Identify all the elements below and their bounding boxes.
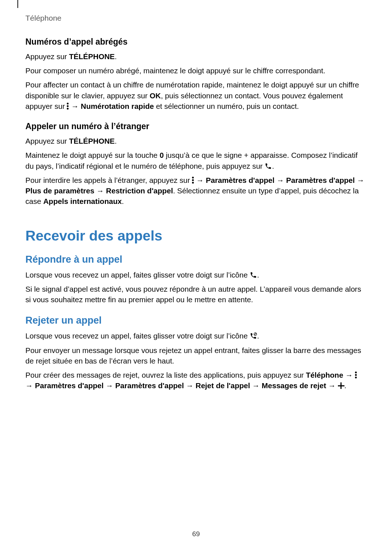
- heading-international: Appeler un numéro à l’étranger: [25, 122, 367, 131]
- text: .: [257, 271, 259, 279]
- arrow-text: →: [69, 102, 81, 110]
- text: Appuyez sur: [25, 52, 69, 61]
- paragraph-text: Lorsque vous recevez un appel, faites gl…: [25, 270, 367, 280]
- document-page: Téléphone Numéros d’appel abrégés Appuye…: [0, 0, 392, 554]
- text: .: [257, 332, 259, 340]
- bold-text: OK: [150, 91, 161, 100]
- more-options-icon: [192, 177, 194, 184]
- arrow-text: →: [194, 176, 206, 184]
- page-number: 69: [0, 530, 392, 538]
- more-options-icon: [67, 103, 69, 110]
- plus-icon: [338, 382, 344, 389]
- phone-call-icon: [265, 163, 272, 170]
- text: Pour créer des messages de rejet, ouvrez…: [25, 371, 306, 379]
- arrow-text: →: [184, 381, 196, 390]
- arrow-text: →: [104, 381, 115, 390]
- bold-text: Appels internationaux: [43, 197, 122, 205]
- text: .: [272, 162, 274, 170]
- paragraph-text: Pour créer des messages de rejet, ouvrez…: [25, 370, 367, 391]
- arrow-text: →: [326, 381, 338, 390]
- paragraph-text: Lorsque vous recevez un appel, faites gl…: [25, 331, 367, 341]
- text: Maintenez le doigt appuyé sur la touche: [25, 151, 160, 159]
- text: .: [122, 197, 124, 205]
- svg-line-1: [254, 333, 256, 335]
- phone-reject-icon: [250, 332, 257, 340]
- arrow-text: →: [274, 176, 286, 184]
- paragraph-text: Pour composer un numéro abrégé, maintene…: [25, 65, 367, 76]
- bold-text: Paramètres d'appel: [115, 381, 184, 390]
- top-marker: [17, 0, 18, 8]
- bold-text: TÉLÉPHONE: [69, 52, 115, 61]
- text: Pour interdire les appels à l’étranger, …: [25, 176, 192, 184]
- paragraph-text: Appuyez sur TÉLÉPHONE.: [25, 136, 367, 146]
- text: Lorsque vous recevez un appel, faites gl…: [25, 332, 250, 340]
- bold-text: Plus de paramètres: [25, 186, 94, 195]
- paragraph-text: Appuyez sur TÉLÉPHONE.: [25, 51, 367, 62]
- arrow-text: →: [250, 381, 262, 390]
- arrow-text: →: [343, 371, 355, 379]
- text: et sélectionner un numéro, puis un conta…: [154, 102, 299, 110]
- phone-answer-icon: [250, 271, 257, 279]
- text: Lorsque vous recevez un appel, faites gl…: [25, 271, 250, 279]
- paragraph-text: Pour interdire les appels à l’étranger, …: [25, 175, 367, 207]
- bold-text: 0: [160, 151, 164, 159]
- bold-text: Paramètres d'appel: [206, 176, 274, 184]
- arrow-text: →: [355, 176, 364, 184]
- bold-text: Numérotation rapide: [81, 102, 154, 110]
- heading-answer-call: Répondre à un appel: [25, 254, 367, 265]
- more-options-icon: [355, 372, 357, 379]
- heading-speed-dial: Numéros d’appel abrégés: [25, 37, 367, 47]
- text: .: [115, 52, 117, 61]
- arrow-text: →: [25, 381, 35, 390]
- paragraph-text: Maintenez le doigt appuyé sur la touche …: [25, 150, 367, 171]
- section-header: Téléphone: [25, 14, 367, 22]
- text: .: [115, 137, 117, 145]
- bold-text: Téléphone: [306, 371, 343, 379]
- bold-text: Restriction d'appel: [106, 186, 173, 195]
- heading-reject-call: Rejeter un appel: [25, 315, 367, 326]
- paragraph-text: Si le signal d’appel est activé, vous po…: [25, 284, 367, 305]
- bold-text: TÉLÉPHONE: [69, 137, 115, 145]
- text: Appuyez sur: [25, 137, 69, 145]
- bold-text: Rejet de l'appel: [196, 381, 250, 390]
- title-receive-calls: Recevoir des appels: [25, 228, 367, 244]
- text: .: [344, 381, 347, 390]
- paragraph-text: Pour envoyer un message lorsque vous rej…: [25, 345, 367, 366]
- bold-text: Messages de rejet: [262, 381, 326, 390]
- arrow-text: →: [94, 186, 106, 195]
- bold-text: Paramètres d'appel: [35, 381, 103, 390]
- bold-text: Paramètres d'appel: [286, 176, 355, 184]
- paragraph-text: Pour affecter un contact à un chiffre de…: [25, 79, 367, 111]
